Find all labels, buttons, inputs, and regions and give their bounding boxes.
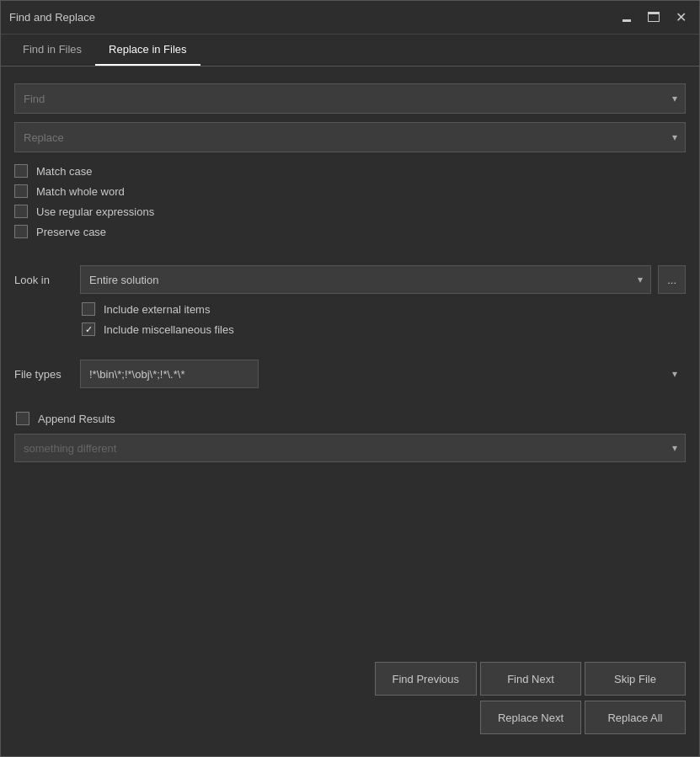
include-misc-item[interactable]: Include miscellaneous files (82, 323, 686, 336)
title-bar: Find and Replace 🗕 🗖 ✕ (1, 1, 699, 35)
use-regex-checkbox[interactable] (14, 205, 28, 218)
content-area: ▾ ▾ Match case Match whole word Use regu… (1, 67, 699, 653)
preserve-case-label: Preserve case (36, 226, 106, 238)
include-misc-label: Include miscellaneous files (104, 323, 234, 336)
file-types-wrapper: ▾ (80, 360, 686, 388)
append-results-label: Append Results (38, 413, 115, 425)
window-controls: 🗕 🗖 ✕ (617, 8, 691, 28)
include-misc-checkbox[interactable] (82, 323, 95, 336)
replace-all-button[interactable]: Replace All (585, 701, 686, 734)
tab-replace-in-files[interactable]: Replace in Files (95, 35, 200, 66)
find-previous-button[interactable]: Find Previous (375, 662, 477, 696)
include-external-label: Include external items (104, 303, 210, 316)
replace-input[interactable] (14, 122, 686, 152)
append-results-checkbox[interactable] (16, 412, 29, 425)
file-types-label: File types (14, 368, 73, 381)
skip-file-button[interactable]: Skip File (585, 662, 686, 696)
look-in-select[interactable]: Entire solution (80, 265, 651, 294)
match-case-checkbox[interactable] (14, 164, 28, 178)
match-case-label: Match case (36, 165, 92, 178)
include-external-checkbox[interactable] (82, 302, 95, 316)
match-whole-word-label: Match whole word (36, 185, 125, 198)
match-case-item[interactable]: Match case (14, 164, 686, 178)
button-row-2: Replace Next Replace All (14, 701, 686, 734)
buttons-area: Find Previous Find Next Skip File Replac… (1, 653, 699, 756)
file-types-dropdown-arrow: ▾ (672, 368, 677, 380)
something-different-select[interactable]: something different (14, 434, 686, 462)
look-in-row: Look in Entire solution ▾ ... (14, 265, 686, 294)
close-button[interactable]: ✕ (671, 8, 691, 28)
replace-next-button[interactable]: Replace Next (480, 701, 581, 734)
tab-find-in-files[interactable]: Find in Files (9, 35, 95, 66)
look-in-label: Look in (14, 274, 73, 286)
window-title: Find and Replace (9, 11, 95, 24)
use-regex-item[interactable]: Use regular expressions (14, 205, 686, 218)
sub-options: Include external items Include miscellan… (14, 302, 686, 336)
file-types-input[interactable] (80, 360, 259, 388)
use-regex-label: Use regular expressions (36, 205, 154, 218)
append-results-row[interactable]: Append Results (14, 412, 686, 425)
minimize-button[interactable]: 🗕 (617, 8, 637, 28)
include-external-item[interactable]: Include external items (82, 302, 686, 316)
browse-button[interactable]: ... (658, 265, 686, 294)
button-row-1: Find Previous Find Next Skip File (14, 662, 686, 696)
look-in-dropdown-wrapper: Entire solution ▾ (80, 265, 651, 294)
file-types-row: File types ▾ (14, 360, 686, 388)
find-next-button[interactable]: Find Next (480, 662, 581, 696)
match-whole-word-item[interactable]: Match whole word (14, 184, 686, 198)
something-different-wrapper: something different ▾ (14, 434, 686, 462)
restore-button[interactable]: 🗖 (644, 8, 664, 28)
tab-bar: Find in Files Replace in Files (1, 35, 699, 67)
preserve-case-item[interactable]: Preserve case (14, 225, 686, 238)
find-replace-window: Find and Replace 🗕 🗖 ✕ Find in Files Rep… (0, 0, 700, 757)
preserve-case-checkbox[interactable] (14, 225, 28, 238)
options-checkboxes: Match case Match whole word Use regular … (14, 164, 686, 238)
find-field-wrapper: ▾ (14, 83, 686, 114)
match-whole-word-checkbox[interactable] (14, 184, 28, 198)
replace-field-wrapper: ▾ (14, 122, 686, 152)
find-input[interactable] (14, 83, 686, 114)
